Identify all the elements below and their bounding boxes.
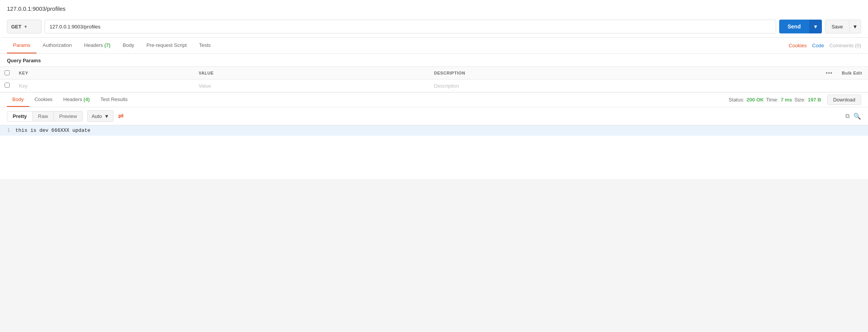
bulk-edit-button[interactable]: Bulk Edit bbox=[837, 67, 868, 80]
th-checkbox bbox=[0, 67, 14, 80]
response-tab-body[interactable]: Body bbox=[7, 93, 29, 107]
response-tab-testresults[interactable]: Test Results bbox=[95, 93, 133, 107]
code-link[interactable]: Code bbox=[812, 43, 824, 48]
pretty-button[interactable]: Pretty bbox=[7, 111, 33, 121]
page-title: 127.0.0.1:9003/profiles bbox=[0, 0, 868, 16]
select-all-checkbox[interactable] bbox=[5, 70, 10, 75]
line-content-1: this is dev 666XXX update bbox=[15, 128, 90, 133]
send-button[interactable]: Send bbox=[779, 20, 809, 33]
row-more-cell bbox=[821, 80, 837, 92]
tab-authorization[interactable]: Authorization bbox=[37, 38, 78, 53]
send-chevron-icon: ▼ bbox=[813, 24, 818, 30]
method-chevron-icon: ▼ bbox=[24, 25, 28, 29]
url-input[interactable] bbox=[45, 20, 776, 33]
size-value: 197 B bbox=[808, 97, 821, 103]
th-more: ••• bbox=[821, 67, 837, 80]
table-row: Key Value Description bbox=[0, 80, 868, 92]
send-group: Send ▼ bbox=[779, 20, 822, 33]
wrap-icon[interactable]: ⇌ bbox=[118, 112, 124, 120]
format-right: ⧉ 🔍 bbox=[845, 113, 861, 120]
response-tabs: Body Cookies Headers (4) Test Results St… bbox=[0, 93, 868, 107]
method-select[interactable]: GET ▼ bbox=[7, 20, 42, 33]
comments-link[interactable]: Comments (0) bbox=[830, 43, 861, 48]
th-description: DESCRIPTION bbox=[429, 67, 821, 80]
format-group: Pretty Raw Preview bbox=[7, 111, 83, 121]
query-params-label: Query Params bbox=[0, 54, 868, 66]
time-label: Time: bbox=[766, 97, 778, 103]
download-button[interactable]: Download bbox=[827, 95, 861, 105]
save-dropdown-button[interactable]: ▼ bbox=[850, 20, 861, 33]
th-value: VALUE bbox=[194, 67, 429, 80]
tab-params[interactable]: Params bbox=[7, 38, 37, 53]
params-table: KEY VALUE DESCRIPTION ••• Bulk Edit Key … bbox=[0, 66, 868, 92]
auto-label: Auto bbox=[91, 113, 102, 119]
raw-button[interactable]: Raw bbox=[33, 111, 54, 121]
search-icon[interactable]: 🔍 bbox=[853, 113, 861, 120]
tabs-right: Cookies Code Comments (0) bbox=[789, 43, 861, 48]
code-line-1: 1 this is dev 666XXX update bbox=[0, 125, 868, 136]
row-description-cell[interactable]: Description bbox=[429, 80, 821, 92]
row-checkbox[interactable] bbox=[5, 83, 10, 88]
code-area: 1 this is dev 666XXX update bbox=[0, 125, 868, 179]
status-label: Status: bbox=[729, 97, 744, 103]
url-bar: GET ▼ Send ▼ Save ▼ bbox=[0, 16, 868, 38]
tab-headers[interactable]: Headers (7) bbox=[78, 38, 117, 53]
save-group: Save ▼ bbox=[825, 20, 861, 33]
auto-chevron-icon: ▼ bbox=[104, 113, 109, 119]
headers-badge: (7) bbox=[104, 42, 110, 48]
row-key-cell[interactable]: Key bbox=[14, 80, 194, 92]
response-headers-badge: (4) bbox=[83, 96, 90, 102]
save-chevron-icon: ▼ bbox=[853, 24, 858, 30]
row-checkbox-cell bbox=[0, 80, 14, 92]
preview-button[interactable]: Preview bbox=[54, 111, 83, 121]
method-label: GET bbox=[11, 24, 22, 30]
tab-tests[interactable]: Tests bbox=[193, 38, 217, 53]
response-tab-headers[interactable]: Headers (4) bbox=[58, 93, 95, 107]
response-tab-cookies[interactable]: Cookies bbox=[29, 93, 58, 107]
request-tabs: Params Authorization Headers (7) Body Pr… bbox=[0, 38, 868, 54]
auto-select[interactable]: Auto ▼ bbox=[87, 110, 113, 122]
status-value: 200 OK bbox=[747, 97, 764, 103]
tab-body[interactable]: Body bbox=[116, 38, 140, 53]
save-button[interactable]: Save bbox=[825, 20, 850, 33]
line-number-1: 1 bbox=[0, 128, 15, 133]
tab-prerequest[interactable]: Pre-request Script bbox=[140, 38, 193, 53]
row-bulkedit-cell bbox=[837, 80, 868, 92]
time-value: 7 ms bbox=[781, 97, 792, 103]
copy-icon[interactable]: ⧉ bbox=[845, 113, 850, 120]
row-value-cell[interactable]: Value bbox=[194, 80, 429, 92]
response-status-row: Status: 200 OK Time: 7 ms Size: 197 B Do… bbox=[729, 95, 861, 105]
th-key: KEY bbox=[14, 67, 194, 80]
cookies-link[interactable]: Cookies bbox=[789, 43, 807, 48]
send-dropdown-button[interactable]: ▼ bbox=[809, 20, 822, 33]
format-bar: Pretty Raw Preview Auto ▼ ⇌ ⧉ 🔍 bbox=[0, 107, 868, 125]
query-params-section: Query Params KEY VALUE DESCRIPTION ••• B… bbox=[0, 54, 868, 92]
more-options-icon[interactable]: ••• bbox=[826, 70, 833, 76]
size-label: Size: bbox=[795, 97, 806, 103]
